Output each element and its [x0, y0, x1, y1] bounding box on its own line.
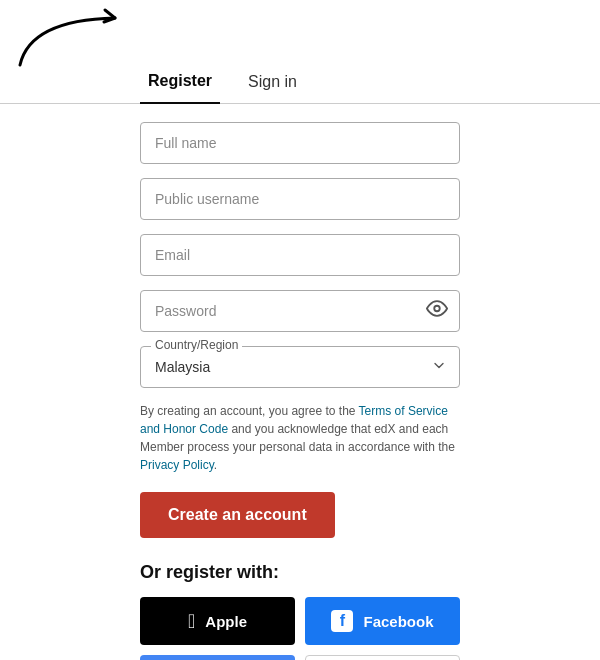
facebook-icon: f	[331, 610, 353, 632]
terms-text: By creating an account, you agree to the…	[140, 402, 460, 474]
fullname-group	[140, 122, 460, 164]
apple-label: Apple	[205, 613, 247, 630]
facebook-label: Facebook	[363, 613, 433, 630]
social-buttons-grid:  Apple f Facebook Google	[140, 597, 460, 660]
country-select[interactable]: Malaysia United States United Kingdom In…	[141, 347, 459, 387]
arrow-annotation	[0, 0, 120, 70]
password-group	[140, 290, 460, 332]
password-input[interactable]	[140, 290, 460, 332]
facebook-signin-button[interactable]: f Facebook	[305, 597, 460, 645]
tab-register[interactable]: Register	[140, 60, 220, 104]
apple-icon: 	[188, 611, 195, 631]
username-group	[140, 178, 460, 220]
username-input[interactable]	[140, 178, 460, 220]
fullname-input[interactable]	[140, 122, 460, 164]
country-group: Country/Region Malaysia United States Un…	[140, 346, 460, 388]
create-account-button[interactable]: Create an account	[140, 492, 335, 538]
tab-signin[interactable]: Sign in	[240, 61, 305, 103]
email-group	[140, 234, 460, 276]
privacy-link[interactable]: Privacy Policy	[140, 458, 214, 472]
page-wrapper: Register Sign in	[0, 0, 600, 660]
email-input[interactable]	[140, 234, 460, 276]
country-label: Country/Region	[151, 338, 242, 352]
microsoft-signin-button[interactable]: Microsoft	[305, 655, 460, 660]
google-signin-button[interactable]: Google	[140, 655, 295, 660]
tabs-container: Register Sign in	[0, 0, 600, 104]
or-register-heading: Or register with:	[140, 562, 460, 583]
svg-point-0	[434, 306, 440, 312]
form-area: Country/Region Malaysia United States Un…	[0, 104, 600, 660]
apple-signin-button[interactable]:  Apple	[140, 597, 295, 645]
show-password-icon[interactable]	[426, 298, 448, 325]
